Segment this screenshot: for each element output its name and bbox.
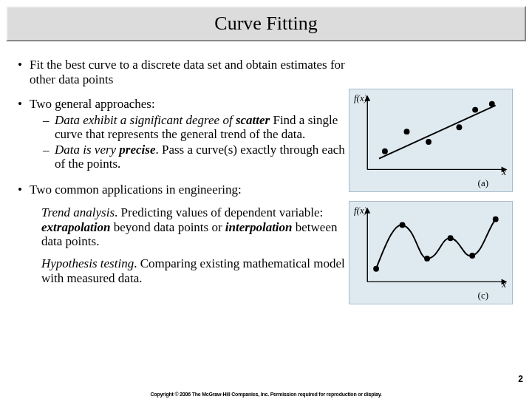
svg-point-10 <box>489 101 495 107</box>
bullet-mark: • <box>18 183 30 293</box>
svg-point-5 <box>382 149 388 154</box>
svg-point-20 <box>493 216 499 222</box>
bullet-3-body: Two common applications in engineering: … <box>30 183 346 293</box>
svg-point-6 <box>404 129 410 134</box>
bullet-1-text: Fit the best curve to a discrete data se… <box>30 58 346 86</box>
svg-point-18 <box>448 235 454 241</box>
app-2: Hypothesis testing. Comparing existing m… <box>41 256 346 285</box>
svg-point-17 <box>424 256 430 262</box>
svg-point-9 <box>472 107 478 113</box>
svg-point-16 <box>400 222 406 228</box>
bullet-mark: • <box>18 97 30 172</box>
figure-a: f(x) x (a) <box>349 89 513 192</box>
sub-list: – Data exhibit a significant degree of s… <box>43 113 346 171</box>
dash-icon: – <box>43 143 55 171</box>
bullet-2: • Two general approaches: – Data exhibit… <box>18 97 346 172</box>
figure-a-tag: (a) <box>478 177 488 189</box>
bullet-3: • Two common applications in engineering… <box>18 183 346 293</box>
bullet-2-body: Two general approaches: – Data exhibit a… <box>30 97 346 172</box>
bullet-mark: • <box>18 58 30 86</box>
content-area: • Fit the best curve to a discrete data … <box>0 41 532 304</box>
svg-point-15 <box>373 266 379 272</box>
dash-icon: – <box>43 113 55 142</box>
sub-item-1: – Data exhibit a significant degree of s… <box>43 113 346 142</box>
figure-c-ylabel: f(x) <box>354 205 367 216</box>
figure-c-xlabel: x <box>502 279 506 290</box>
chart-c-svg <box>349 202 512 304</box>
slide-title-bar: Curve Fitting <box>6 6 526 41</box>
chart-a-svg <box>349 89 512 191</box>
figure-a-ylabel: f(x) <box>354 92 367 104</box>
svg-point-7 <box>426 139 432 145</box>
page-number: 2 <box>518 374 523 384</box>
svg-line-4 <box>379 106 496 159</box>
svg-point-8 <box>457 124 463 130</box>
figure-c: f(x) x (c) <box>349 201 513 304</box>
bullet-3-lead: Two common applications in engineering: <box>30 183 346 197</box>
text-column: • Fit the best curve to a discrete data … <box>6 46 346 304</box>
figure-c-tag: (c) <box>478 290 488 301</box>
figure-a-xlabel: x <box>502 166 506 178</box>
app-1: Trend analysis. Predicting values of dep… <box>41 205 346 249</box>
svg-point-19 <box>469 253 475 259</box>
sub-item-2: – Data is very precise. Pass a curve(s) … <box>43 143 346 171</box>
figure-column: f(x) x (a) f(x) x (c) <box>349 46 513 304</box>
copyright-line: Copyright © 2006 The McGraw-Hill Compani… <box>0 392 532 397</box>
bullet-1: • Fit the best curve to a discrete data … <box>18 58 346 86</box>
slide-title: Curve Fitting <box>214 13 317 35</box>
sub-item-2-text: Data is very precise. Pass a curve(s) ex… <box>55 143 346 171</box>
bullet-2-lead: Two general approaches: <box>30 97 346 112</box>
sub-item-1-text: Data exhibit a significant degree of sca… <box>55 113 346 142</box>
